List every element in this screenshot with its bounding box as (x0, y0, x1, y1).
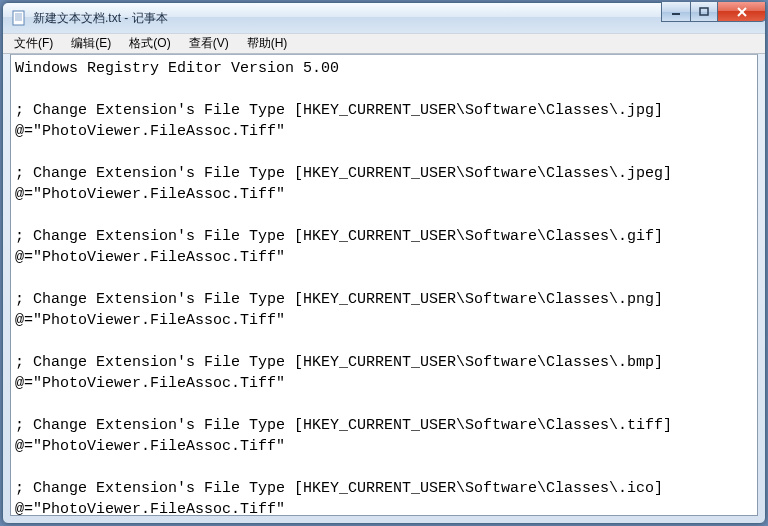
minimize-button[interactable] (661, 2, 691, 22)
svg-rect-5 (672, 13, 680, 15)
text-area[interactable]: Windows Registry Editor Version 5.00 ; C… (11, 55, 757, 515)
client-area: Windows Registry Editor Version 5.00 ; C… (10, 54, 758, 516)
menu-file[interactable]: 文件(F) (5, 34, 62, 53)
notepad-icon (11, 10, 27, 26)
window-controls (661, 2, 766, 22)
menu-format[interactable]: 格式(O) (120, 34, 179, 53)
window-title: 新建文本文档.txt - 记事本 (33, 10, 168, 27)
menubar: 文件(F) 编辑(E) 格式(O) 查看(V) 帮助(H) (3, 33, 765, 54)
titlebar[interactable]: 新建文本文档.txt - 记事本 (3, 3, 765, 33)
menu-view[interactable]: 查看(V) (180, 34, 238, 53)
maximize-button[interactable] (691, 2, 718, 22)
menu-edit[interactable]: 编辑(E) (62, 34, 120, 53)
svg-rect-6 (700, 8, 708, 15)
close-button[interactable] (718, 2, 766, 22)
menu-help[interactable]: 帮助(H) (238, 34, 297, 53)
text-area-wrap: Windows Registry Editor Version 5.00 ; C… (11, 55, 757, 515)
notepad-window: 新建文本文档.txt - 记事本 文件(F) 编辑(E) 格式(O) 查看(V)… (2, 2, 766, 524)
